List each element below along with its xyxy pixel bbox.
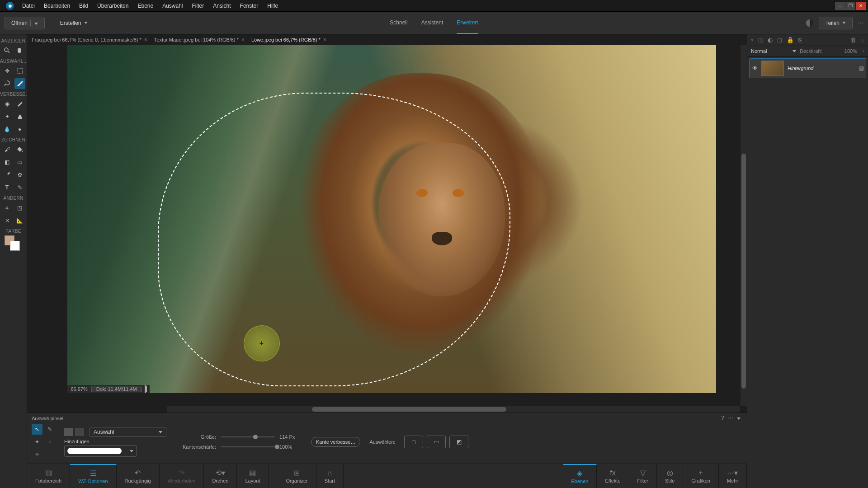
photo-bin-button[interactable]: ▥Fotobereich bbox=[27, 464, 70, 488]
menu-edit[interactable]: Bearbeiten bbox=[39, 3, 75, 9]
shape-tool[interactable]: ▭ bbox=[14, 157, 25, 168]
rotate-button[interactable]: ⟲▾Drehen bbox=[204, 464, 237, 488]
menu-help[interactable]: Hilfe bbox=[263, 3, 283, 9]
menu-enhance[interactable]: Überarbeiten bbox=[93, 3, 133, 9]
blur-tool[interactable]: 💧 bbox=[2, 124, 13, 135]
menu-select[interactable]: Auswahl bbox=[158, 3, 187, 9]
menu-filter[interactable]: Filter bbox=[188, 3, 209, 9]
organizer-button[interactable]: ⊞Organizer bbox=[278, 464, 316, 488]
styles-button[interactable]: ◎Stile bbox=[657, 464, 683, 488]
refine-brush-variant[interactable]: ✎ bbox=[44, 424, 55, 435]
add-selection-icon[interactable] bbox=[75, 428, 84, 436]
gradient-tool[interactable]: ◧ bbox=[2, 157, 13, 168]
new-selection-icon[interactable] bbox=[64, 428, 73, 436]
slider-thumb[interactable] bbox=[253, 435, 258, 439]
move-tool[interactable]: ✥ bbox=[2, 66, 13, 76]
link-icon[interactable]: ⎘ bbox=[798, 37, 802, 43]
slider-thumb[interactable] bbox=[275, 445, 279, 449]
layer-item-background[interactable]: 👁 Hintergrund ▩ bbox=[749, 58, 866, 78]
redeye-tool[interactable]: ◉ bbox=[2, 99, 13, 109]
graphics-button[interactable]: ＋Grafiken bbox=[683, 464, 719, 488]
more-icon[interactable]: ⋯ bbox=[858, 20, 863, 26]
custom-shape-tool[interactable]: ✿ bbox=[14, 169, 25, 180]
visibility-toggle-icon[interactable]: 👁 bbox=[751, 65, 759, 72]
hand-tool[interactable] bbox=[14, 45, 25, 56]
tab-quick[interactable]: Schnell bbox=[390, 12, 407, 34]
quick-selection-variant[interactable]: ⟋ bbox=[44, 436, 55, 447]
eyedropper-tool[interactable] bbox=[2, 169, 13, 180]
redo-button[interactable]: ↷Wiederholen bbox=[160, 464, 204, 488]
tool-options-button[interactable]: ☰WZ-Optionen bbox=[70, 464, 116, 488]
adjustment-layer-icon[interactable]: ◐ bbox=[768, 37, 773, 43]
refine-edge-button[interactable]: Kante verbesse… bbox=[311, 437, 360, 447]
open-button[interactable]: Öffnen bbox=[5, 17, 45, 29]
share-button[interactable]: Teilen bbox=[819, 17, 853, 29]
panel-menu-icon[interactable]: ≡ bbox=[861, 37, 864, 43]
size-slider[interactable] bbox=[221, 436, 275, 437]
lock-icon[interactable]: 🔒 bbox=[787, 37, 794, 43]
magic-wand-variant[interactable]: ✦ bbox=[32, 436, 42, 447]
mask-icon[interactable]: ◻ bbox=[777, 37, 782, 43]
zoom-tool[interactable] bbox=[2, 45, 13, 56]
mode-dropdown[interactable]: Auswahl bbox=[90, 427, 166, 437]
home-button[interactable]: ⌂Start bbox=[316, 464, 344, 488]
scrollbar-thumb[interactable] bbox=[312, 407, 506, 412]
paint-bucket-tool[interactable] bbox=[14, 144, 25, 155]
brush-preview-dropdown[interactable] bbox=[64, 445, 137, 457]
selection-brush-tool[interactable] bbox=[14, 78, 25, 89]
color-swatches[interactable] bbox=[0, 235, 27, 253]
layers-button[interactable]: ◈Ebenen bbox=[563, 464, 597, 488]
sponge-tool[interactable]: ● bbox=[14, 124, 25, 135]
canvas[interactable]: 66,67% Dok: 11,4M/11,4M bbox=[67, 45, 716, 393]
hardness-slider[interactable] bbox=[221, 446, 275, 447]
layout-button[interactable]: ▦Layout bbox=[237, 464, 269, 488]
undo-button[interactable]: ↶Rückgängig bbox=[117, 464, 160, 488]
select-sky-icon[interactable]: ▭ bbox=[427, 436, 446, 448]
opacity-value[interactable]: 100% bbox=[844, 48, 857, 54]
pencil-tool[interactable]: ✎ bbox=[14, 182, 25, 193]
minimize-button[interactable]: — bbox=[835, 2, 845, 10]
horizontal-scrollbar[interactable] bbox=[167, 406, 740, 413]
document-info[interactable]: Dok: 11,4M/11,4M bbox=[91, 386, 142, 392]
chevron-down-icon[interactable] bbox=[737, 415, 741, 421]
crop-tool[interactable]: ⌗ bbox=[2, 202, 13, 213]
canvas-viewport[interactable]: 66,67% Dok: 11,4M/11,4M bbox=[27, 45, 747, 413]
chevron-right-icon[interactable]: › bbox=[863, 48, 864, 54]
size-value[interactable]: 114 Px bbox=[279, 434, 302, 440]
brush-tool[interactable]: 🖌 bbox=[2, 144, 13, 155]
marquee-tool[interactable] bbox=[14, 66, 25, 76]
straighten-tool[interactable]: 📐 bbox=[14, 215, 25, 226]
hardness-value[interactable]: 100% bbox=[279, 444, 302, 450]
auto-selection-variant[interactable]: ✧ bbox=[32, 449, 42, 460]
doc-tab-1[interactable]: Textur Mauer.jpeg bei 104% (RGB/8) *× bbox=[154, 37, 245, 43]
layer-name[interactable]: Hintergrund bbox=[788, 66, 813, 71]
menu-image[interactable]: Bild bbox=[75, 3, 93, 9]
close-icon[interactable]: × bbox=[323, 37, 326, 43]
smart-brush-tool[interactable]: ✦ bbox=[2, 111, 13, 122]
filter-button[interactable]: ▽Filter bbox=[629, 464, 657, 488]
menu-file[interactable]: Datei bbox=[18, 3, 39, 9]
theme-toggle-icon[interactable] bbox=[806, 19, 813, 27]
close-icon[interactable]: × bbox=[241, 37, 245, 43]
effects-button[interactable]: fxEffekte bbox=[597, 464, 629, 488]
trash-icon[interactable]: 🗑 bbox=[850, 37, 856, 43]
close-icon[interactable]: × bbox=[144, 37, 147, 43]
close-button[interactable]: ✕ bbox=[856, 2, 866, 10]
clone-stamp-tool[interactable] bbox=[14, 111, 25, 122]
lock-icon[interactable]: ▩ bbox=[859, 65, 864, 71]
menu-view[interactable]: Ansicht bbox=[208, 3, 235, 9]
new-group-icon[interactable]: ◫ bbox=[758, 37, 763, 43]
select-background-icon[interactable]: ◩ bbox=[449, 436, 468, 448]
doc-tab-2[interactable]: Löwe.jpeg bei 66,7% (RGB/8) *× bbox=[251, 37, 326, 43]
tab-guided[interactable]: Assistent bbox=[421, 12, 443, 34]
maximize-button[interactable]: ❐ bbox=[845, 2, 855, 10]
more-icon[interactable]: ⋯ bbox=[728, 415, 733, 421]
spot-heal-tool[interactable] bbox=[14, 99, 25, 109]
menu-window[interactable]: Fenster bbox=[236, 3, 263, 9]
vertical-scrollbar[interactable] bbox=[741, 45, 747, 406]
content-aware-tool[interactable]: ⤨ bbox=[2, 215, 13, 226]
chevron-right-icon[interactable] bbox=[142, 386, 150, 392]
tab-expert[interactable]: Erweitert bbox=[457, 12, 478, 34]
recompose-tool[interactable]: ◳ bbox=[14, 202, 25, 213]
layer-thumbnail[interactable] bbox=[761, 61, 784, 76]
